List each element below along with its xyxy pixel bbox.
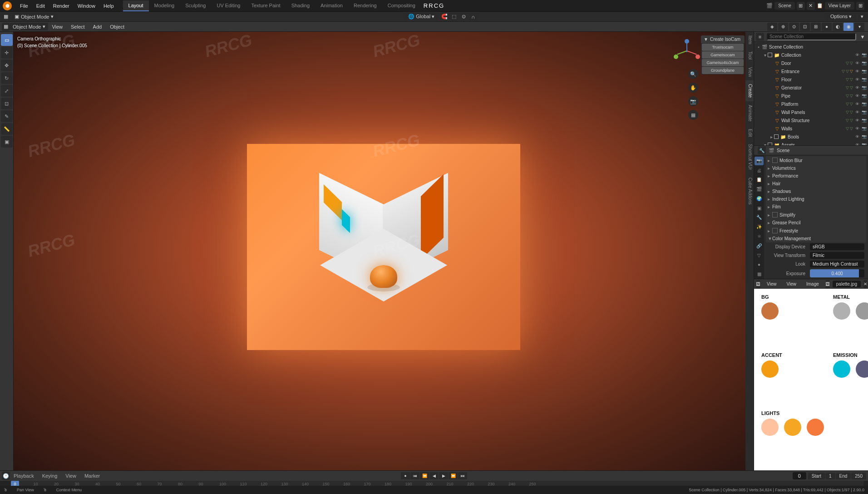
render-toggle[interactable]: 📷 <box>861 125 867 132</box>
render-toggle[interactable]: 📷 <box>861 142 867 145</box>
tool-select-box[interactable]: ▭ <box>1 34 13 46</box>
snap-toggle[interactable]: 🧲 <box>440 13 449 21</box>
tab-data[interactable]: ▽ <box>755 251 764 260</box>
render-toggle[interactable]: 📷 <box>861 84 867 91</box>
img-browse[interactable]: 🖼 <box>825 280 830 288</box>
menu-render[interactable]: Render <box>49 1 73 10</box>
image-name-field[interactable]: palette.jpg <box>833 281 861 287</box>
tab-modifiers[interactable]: 🔧 <box>755 213 764 222</box>
tool-rotate[interactable]: ↻ <box>1 72 13 84</box>
visibility-toggle[interactable]: 👁 <box>854 142 860 145</box>
vp-select[interactable]: Select <box>67 23 89 31</box>
panel-indirect-lighting[interactable]: ▸Indirect Lighting <box>766 195 866 203</box>
display-device-dropdown[interactable]: sRGB <box>810 243 864 250</box>
prop-falloff[interactable]: ∩ <box>469 13 478 21</box>
zoom-button[interactable]: 🔍 <box>688 69 698 79</box>
scene-del-button[interactable]: ✕ <box>807 2 815 10</box>
play-button[interactable]: ▶ <box>439 472 448 479</box>
visibility-toggle[interactable]: 👁 <box>854 52 860 58</box>
render-toggle[interactable]: 📷 <box>861 109 867 115</box>
prev-key-button[interactable]: ⏪ <box>420 472 429 479</box>
scene-dropdown[interactable]: Scene <box>774 2 794 10</box>
axis-y-ball[interactable] <box>674 54 678 59</box>
shade-rendered[interactable]: ◉ <box>843 23 853 31</box>
orientation-dropdown[interactable]: 🌐 Global ▾ <box>404 13 438 20</box>
isocam-4to3-button[interactable]: GameIso4to3cam <box>702 59 744 66</box>
visibility-toggle[interactable]: 👁 <box>854 133 860 140</box>
tl-marker[interactable]: Marker <box>81 472 104 480</box>
render-toggle[interactable]: 📷 <box>861 60 867 66</box>
overlay-toggle[interactable]: ⊙ <box>789 23 799 31</box>
img-editor-type[interactable]: 🖼 <box>756 280 760 288</box>
tool-transform[interactable]: ⊡ <box>1 98 13 109</box>
visibility-toggle[interactable]: 👁 <box>854 60 860 66</box>
gizmo-toggle[interactable]: ⊕ <box>778 23 788 31</box>
axis-z-ball[interactable] <box>685 39 689 44</box>
tool-move[interactable]: ✥ <box>1 59 13 71</box>
axis-x-ball[interactable] <box>695 54 700 59</box>
tl-keying[interactable]: Keying <box>39 472 61 480</box>
tab-object[interactable]: ▣ <box>755 204 764 212</box>
outliner-row-wall-panels[interactable]: ▽Wall Panels▽▽👁📷 <box>754 108 868 116</box>
editor-type-button[interactable]: ▦ <box>2 13 10 21</box>
outliner-row-collection[interactable]: ▾📁Collection👁📷 <box>754 51 868 59</box>
collection-checkbox[interactable] <box>774 134 779 139</box>
color-mgmt-header[interactable]: ▼Color Management <box>766 235 866 242</box>
tab-animation[interactable]: Animation <box>315 0 348 11</box>
tab-physics[interactable]: ⚛ <box>755 232 764 241</box>
look-dropdown[interactable]: Medium High Contrast <box>810 261 864 267</box>
tab-tool[interactable]: Tool <box>745 48 754 63</box>
tab-sculpting[interactable]: Sculpting <box>180 0 211 11</box>
outliner-row-door[interactable]: ▽Door▽▽👁📷 <box>754 59 868 67</box>
tl-editor-type[interactable]: 🕐 <box>2 472 10 480</box>
isocam-ground-button[interactable]: Groundplane <box>702 67 744 74</box>
tab-cutie[interactable]: Cutie Addons <box>745 174 754 208</box>
tab-scene[interactable]: 🎬 <box>755 185 764 193</box>
visibility-toggle[interactable]: 👁 <box>854 84 860 91</box>
vp-add[interactable]: Add <box>89 23 106 31</box>
tab-view[interactable]: View <box>745 64 754 81</box>
visibility-toggle[interactable]: 👁 <box>854 76 860 83</box>
outliner-row-platform[interactable]: ▽Platform▽▽👁📷 <box>754 100 868 108</box>
axis-gizmo[interactable] <box>676 41 698 64</box>
menu-window[interactable]: Window <box>74 1 99 10</box>
snap-element[interactable]: ⬚ <box>449 13 459 21</box>
vp-view[interactable]: View <box>48 23 66 31</box>
outliner-type[interactable]: ≡ <box>756 33 764 41</box>
tab-uv[interactable]: UV Editing <box>211 0 246 11</box>
tab-world[interactable]: 🌍 <box>755 194 764 203</box>
header-more[interactable]: ▾ <box>858 13 866 21</box>
tab-particles[interactable]: ✨ <box>755 222 764 231</box>
outliner-row-assets[interactable]: ▾📁Assets👁📷 <box>754 141 868 145</box>
shade-matprev[interactable]: ◐ <box>833 23 843 31</box>
pan-button[interactable]: ✋ <box>688 83 698 93</box>
visibility-toggle[interactable]: 👁 <box>854 109 860 115</box>
jump-end-button[interactable]: ⏭ <box>458 472 467 479</box>
selectability[interactable]: ◈ <box>767 23 777 31</box>
tab-shortcut[interactable]: Shortcut VUr <box>745 140 754 173</box>
vp-object[interactable]: Object <box>106 23 128 31</box>
panel-checkbox[interactable] <box>772 228 778 233</box>
img-view1[interactable]: View <box>763 280 780 288</box>
view-transform-dropdown[interactable]: Filmic <box>810 252 864 259</box>
tool-add-primitive[interactable]: ▣ <box>1 136 13 148</box>
editor-type-3d[interactable]: ▦ <box>2 23 10 31</box>
outliner-row-wall-structure[interactable]: ▽Wall Structure▽▽👁📷 <box>754 116 868 124</box>
tab-rendering[interactable]: Rendering <box>348 0 382 11</box>
render-toggle[interactable]: 📷 <box>861 117 867 124</box>
tool-scale[interactable]: ⤢ <box>1 85 13 97</box>
tab-animate[interactable]: Animate <box>745 101 754 125</box>
tool-cursor[interactable]: ✛ <box>1 47 13 59</box>
autokey-button[interactable]: ● <box>401 472 410 479</box>
panel-volumetrics[interactable]: ▸Volumetrics <box>766 164 866 172</box>
tab-texture-paint[interactable]: Texture Paint <box>246 0 286 11</box>
obj-mode[interactable]: Object Mode▾ <box>10 23 48 30</box>
panel-shadows[interactable]: ▸Shadows <box>766 188 866 195</box>
visibility-toggle[interactable]: 👁 <box>854 68 860 74</box>
tab-item[interactable]: Item <box>745 32 754 48</box>
panel-checkbox[interactable] <box>772 158 778 163</box>
mode-dropdown[interactable]: ▣ Object Mode ▾ <box>12 13 56 20</box>
panel-motion-blur[interactable]: ▸Motion Blur <box>766 156 866 164</box>
current-frame-field[interactable]: 0 <box>793 472 806 479</box>
scene-new-button[interactable]: ⊞ <box>797 2 805 10</box>
